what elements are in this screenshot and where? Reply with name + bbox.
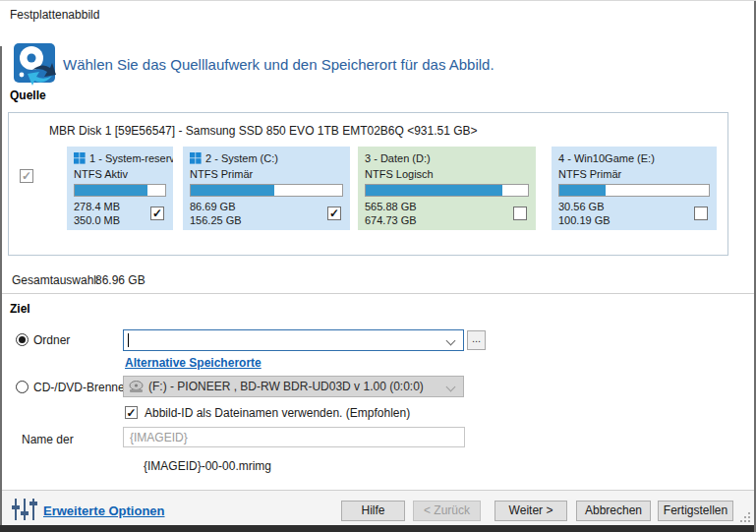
imageid-checkbox[interactable]: ✓ (125, 406, 138, 419)
dialog-title: Festplattenabbild (10, 8, 99, 22)
partition-checkbox[interactable]: ✓ (327, 207, 341, 220)
finish-button[interactable]: Fertigstellen (658, 501, 733, 521)
help-button[interactable]: Hilfe (341, 501, 405, 521)
source-section-label: Quelle (10, 89, 46, 102)
partition-usage-bar (190, 184, 343, 197)
total-selection-label: Gesamtauswahl: (12, 273, 99, 287)
partition-filesystem: NTFS Aktiv (74, 168, 166, 180)
partition-usage-bar (558, 184, 710, 197)
partition-card[interactable]: 4 - Win10Game (E:) NTFS Primär 30.56 GB … (552, 147, 717, 230)
chevron-down-icon[interactable] (447, 336, 455, 344)
partition-usage-bar (74, 184, 166, 197)
partition-total-size: 100.19 GB (558, 214, 710, 226)
windows-logo-icon (74, 152, 86, 164)
imageid-checkbox-label: Abbild-ID als Dateinamen verwenden. (Emp… (145, 406, 410, 420)
partition-used-size: 30.56 GB (558, 201, 710, 212)
window-border-left (0, 46, 2, 525)
cd-drive-dropdown[interactable]: (F:) - PIONEER , BD-RW BDR-UD03D v 1.00 … (123, 376, 464, 397)
partition-name: 2 - System (C:) (205, 152, 278, 164)
filename-label: Name der (22, 433, 74, 446)
partition-checkbox[interactable] (694, 207, 708, 220)
folder-radio-label: Ordner (33, 333, 70, 347)
folder-radio[interactable] (16, 333, 29, 346)
chevron-down-icon (447, 383, 455, 390)
back-button: < Zurück (413, 501, 481, 521)
partition-used-size: 86.69 GB (190, 201, 343, 212)
divider (0, 293, 756, 294)
background-window-edge (0, 525, 756, 532)
disk-select-checkbox[interactable]: ✓ (20, 169, 33, 183)
partition-usage-bar (365, 184, 529, 197)
partition-filesystem: NTFS Primär (190, 168, 343, 180)
resize-grip[interactable] (738, 510, 750, 522)
partition-card[interactable]: 1 - System-reserviert NTFS Aktiv 278.4 M… (67, 147, 173, 230)
windows-logo-icon (190, 152, 202, 164)
partition-total-size: 674.73 GB (365, 214, 529, 226)
target-section-label: Ziel (10, 302, 30, 316)
partition-name: 3 - Daten (D:) (365, 152, 431, 164)
disk-image-dialog: Festplattenabbild Wählen Sie das Quellla… (0, 0, 756, 532)
next-button[interactable]: Weiter > (494, 501, 567, 521)
partition-name: 4 - Win10Game (E:) (558, 152, 655, 164)
disk-image-icon (13, 40, 58, 86)
partition-usage-fill (366, 185, 502, 196)
partition-filesystem: NTFS Primär (558, 168, 710, 180)
filename-preview: {IMAGEID}-00-00.mrimg (144, 459, 271, 473)
browse-button[interactable]: ... (467, 330, 486, 350)
disk-title: MBR Disk 1 [59E56547] - Samsung SSD 850 … (49, 124, 478, 138)
instruction-text: Wählen Sie das Quelllaufwerk und den Spe… (63, 56, 494, 73)
disc-drive-icon (129, 381, 144, 393)
partition-usage-fill (559, 185, 606, 196)
partition-checkbox[interactable]: ✓ (150, 207, 164, 220)
total-selection-value: 86.96 GB (95, 273, 145, 287)
filename-value: {IMAGEID} (130, 431, 188, 444)
partition-card[interactable]: 3 - Daten (D:) NTFS Logisch 565.88 GB 67… (358, 147, 536, 230)
advanced-options-link[interactable]: Erweiterte Optionen (43, 503, 165, 518)
cd-drive-value: (F:) - PIONEER , BD-RW BDR-UD03D v 1.00 … (148, 380, 424, 393)
cd-dvd-radio-label: CD-/DVD-Brenner (33, 381, 129, 394)
filename-input[interactable]: {IMAGEID} (123, 427, 465, 447)
partition-total-size: 156.25 GB (190, 214, 343, 226)
partition-checkbox[interactable] (513, 207, 527, 220)
partition-usage-fill (75, 185, 147, 196)
folder-path-combobox[interactable] (123, 329, 464, 351)
partition-name: 1 - System-reserviert (89, 152, 173, 164)
partition-card[interactable]: 2 - System (C:) NTFS Primär 86.69 GB 156… (183, 147, 350, 230)
partition-used-size: 565.88 GB (365, 201, 529, 212)
sliders-icon (11, 497, 38, 522)
cd-dvd-radio[interactable] (16, 381, 29, 393)
partition-usage-fill (191, 185, 274, 196)
text-caret (128, 333, 129, 347)
partition-filesystem: NTFS Logisch (365, 168, 529, 180)
divider (0, 490, 756, 491)
alternative-locations-link[interactable]: Alternative Speicherorte (125, 356, 262, 370)
cancel-button[interactable]: Abbrechen (576, 501, 651, 521)
source-disk-panel: MBR Disk 1 [59E56547] - Samsung SSD 850 … (8, 112, 728, 256)
